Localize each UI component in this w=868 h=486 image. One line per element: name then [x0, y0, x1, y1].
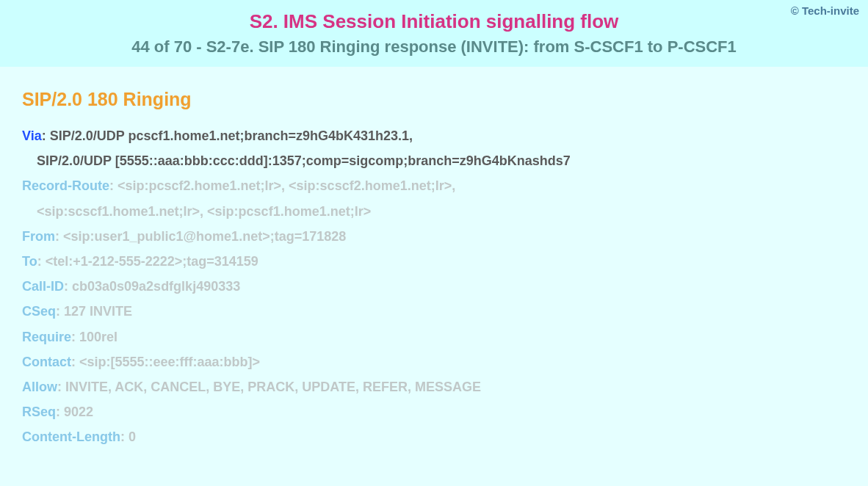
header-rseq: RSeq: 9022	[22, 399, 846, 424]
header-via-cont: SIP/2.0/UDP [5555::aaa:bbb:ccc:ddd]:1357…	[22, 148, 846, 173]
header-record-route: Record-Route: <sip:pcscf2.home1.net;lr>,…	[22, 173, 846, 198]
content-length-value: 0	[129, 429, 136, 444]
cseq-label: CSeq	[22, 304, 56, 319]
copyright-label: © Tech-invite	[791, 4, 859, 17]
record-route-value-line1: <sip:pcscf2.home1.net;lr>, <sip:scscf2.h…	[117, 178, 455, 193]
via-label: Via	[22, 128, 42, 143]
call-id-label: Call-ID	[22, 279, 64, 294]
header-contact: Contact: <sip:[5555::eee:fff:aaa:bbb]>	[22, 349, 846, 374]
content-length-label: Content-Length	[22, 429, 120, 444]
page-subtitle: 44 of 70 - S2-7e. SIP 180 Ringing respon…	[15, 37, 853, 57]
sip-message-content: SIP/2.0 180 Ringing Via: SIP/2.0/UDP pcs…	[0, 67, 868, 449]
rseq-value: 9022	[64, 405, 93, 419]
via-value-line2: SIP/2.0/UDP [5555::aaa:bbb:ccc:ddd]:1357…	[37, 153, 571, 168]
header-call-id: Call-ID: cb03a0s09a2sdfglkj490333	[22, 274, 846, 299]
call-id-value: cb03a0s09a2sdfglkj490333	[72, 279, 240, 294]
contact-value: <sip:[5555::eee:fff:aaa:bbb]>	[79, 355, 260, 369]
header-require: Require: 100rel	[22, 324, 846, 349]
contact-label: Contact	[22, 355, 71, 369]
rseq-label: RSeq	[22, 405, 56, 419]
to-value: <tel:+1-212-555-2222>;tag=314159	[46, 254, 258, 269]
to-label: To	[22, 254, 37, 269]
header-content-length: Content-Length: 0	[22, 424, 846, 449]
from-value: <sip:user1_public1@home1.net>;tag=171828	[63, 229, 346, 244]
record-route-value-line2: <sip:scscf1.home1.net;lr>, <sip:pcscf1.h…	[37, 204, 371, 219]
via-value-line1: SIP/2.0/UDP pcscf1.home1.net;branch=z9hG…	[50, 128, 413, 143]
require-value: 100rel	[79, 330, 117, 344]
from-label: From	[22, 229, 55, 244]
header-via: Via: SIP/2.0/UDP pcscf1.home1.net;branch…	[22, 123, 846, 148]
header-to: To: <tel:+1-212-555-2222>;tag=314159	[22, 249, 846, 274]
record-route-label: Record-Route	[22, 178, 109, 193]
header: © Tech-invite S2. IMS Session Initiation…	[0, 0, 868, 67]
header-from: From: <sip:user1_public1@home1.net>;tag=…	[22, 224, 846, 249]
allow-value: INVITE, ACK, CANCEL, BYE, PRACK, UPDATE,…	[65, 380, 481, 394]
header-cseq: CSeq: 127 INVITE	[22, 299, 846, 324]
header-record-route-cont: <sip:scscf1.home1.net;lr>, <sip:pcscf1.h…	[22, 199, 846, 224]
header-allow: Allow: INVITE, ACK, CANCEL, BYE, PRACK, …	[22, 374, 846, 399]
require-label: Require	[22, 330, 71, 344]
page-title: S2. IMS Session Initiation signalling fl…	[15, 10, 853, 33]
sip-status-line: SIP/2.0 180 Ringing	[22, 89, 846, 110]
cseq-value: 127 INVITE	[64, 304, 132, 319]
allow-label: Allow	[22, 380, 57, 394]
